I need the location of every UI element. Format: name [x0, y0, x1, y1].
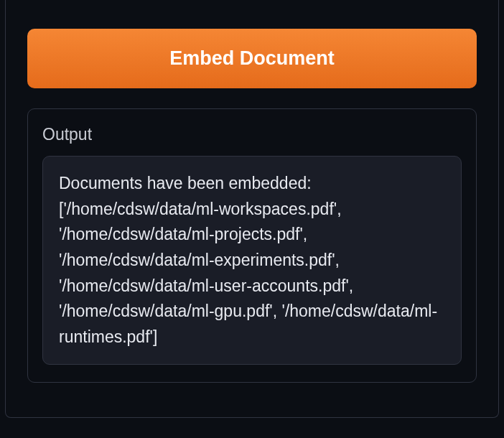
output-content: Documents have been embedded: ['/home/cd…	[42, 156, 462, 365]
output-panel: Output Documents have been embedded: ['/…	[27, 108, 477, 383]
output-text: Documents have been embedded: ['/home/cd…	[59, 171, 445, 350]
main-panel: Embed Document Output Documents have bee…	[5, 0, 499, 418]
output-label: Output	[42, 125, 462, 144]
embed-document-button[interactable]: Embed Document	[27, 29, 477, 88]
